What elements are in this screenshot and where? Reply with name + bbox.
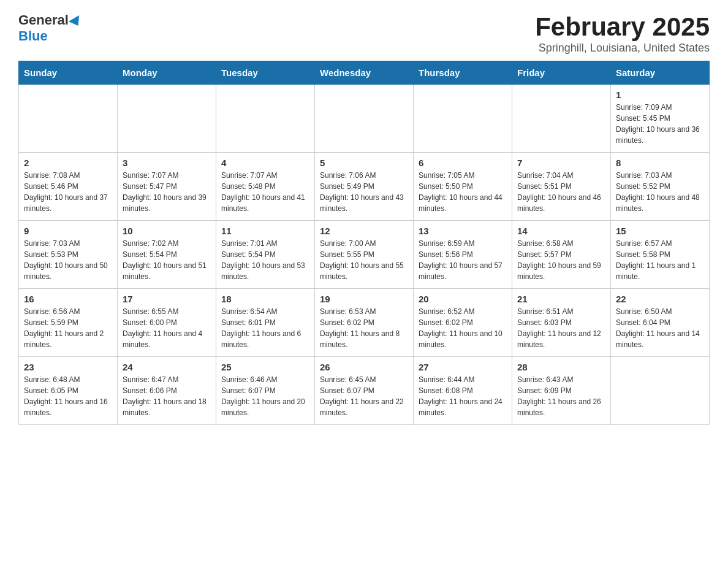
day-number: 1 xyxy=(616,90,704,100)
day-number: 27 xyxy=(419,362,507,372)
day-number: 2 xyxy=(24,158,112,168)
calendar-cell: 1Sunrise: 7:09 AMSunset: 5:45 PMDaylight… xyxy=(611,85,710,153)
calendar-week-4: 16Sunrise: 6:56 AMSunset: 5:59 PMDayligh… xyxy=(19,289,710,357)
day-number: 24 xyxy=(123,362,211,372)
calendar-body: 1Sunrise: 7:09 AMSunset: 5:45 PMDaylight… xyxy=(19,85,710,425)
calendar-cell xyxy=(611,357,710,425)
calendar-week-5: 23Sunrise: 6:48 AMSunset: 6:05 PMDayligh… xyxy=(19,357,710,425)
day-number: 4 xyxy=(221,158,309,168)
day-number: 14 xyxy=(517,226,605,236)
day-number: 11 xyxy=(221,226,309,236)
day-number: 7 xyxy=(517,158,605,168)
calendar-cell: 7Sunrise: 7:04 AMSunset: 5:51 PMDaylight… xyxy=(512,153,611,221)
calendar-cell: 28Sunrise: 6:43 AMSunset: 6:09 PMDayligh… xyxy=(512,357,611,425)
calendar-subtitle: Springhill, Louisiana, United States xyxy=(535,42,710,55)
logo-triangle-icon xyxy=(69,15,83,29)
calendar-cell: 18Sunrise: 6:54 AMSunset: 6:01 PMDayligh… xyxy=(216,289,315,357)
day-info: Sunrise: 6:45 AMSunset: 6:07 PMDaylight:… xyxy=(320,374,408,418)
calendar-cell: 20Sunrise: 6:52 AMSunset: 6:02 PMDayligh… xyxy=(414,289,512,357)
calendar-week-1: 1Sunrise: 7:09 AMSunset: 5:45 PMDaylight… xyxy=(19,85,710,153)
calendar-cell: 12Sunrise: 7:00 AMSunset: 5:55 PMDayligh… xyxy=(315,221,414,289)
calendar-title: February 2025 xyxy=(535,12,710,42)
calendar-cell: 11Sunrise: 7:01 AMSunset: 5:54 PMDayligh… xyxy=(216,221,315,289)
day-number: 16 xyxy=(24,294,112,304)
calendar-cell xyxy=(118,85,216,153)
calendar-cell: 19Sunrise: 6:53 AMSunset: 6:02 PMDayligh… xyxy=(315,289,414,357)
day-number: 8 xyxy=(616,158,704,168)
day-number: 21 xyxy=(517,294,605,304)
calendar-header: Sunday Monday Tuesday Wednesday Thursday… xyxy=(19,61,710,85)
day-number: 13 xyxy=(419,226,507,236)
calendar-cell xyxy=(19,85,118,153)
calendar-cell: 21Sunrise: 6:51 AMSunset: 6:03 PMDayligh… xyxy=(512,289,611,357)
day-info: Sunrise: 6:56 AMSunset: 5:59 PMDaylight:… xyxy=(24,306,112,350)
day-info: Sunrise: 7:07 AMSunset: 5:47 PMDaylight:… xyxy=(123,170,211,214)
calendar-cell: 27Sunrise: 6:44 AMSunset: 6:08 PMDayligh… xyxy=(414,357,512,425)
day-info: Sunrise: 7:03 AMSunset: 5:53 PMDaylight:… xyxy=(24,238,112,282)
day-number: 28 xyxy=(517,362,605,372)
calendar-cell: 25Sunrise: 6:46 AMSunset: 6:07 PMDayligh… xyxy=(216,357,315,425)
day-number: 18 xyxy=(221,294,309,304)
day-info: Sunrise: 7:06 AMSunset: 5:49 PMDaylight:… xyxy=(320,170,408,214)
day-info: Sunrise: 6:58 AMSunset: 5:57 PMDaylight:… xyxy=(517,238,605,282)
day-info: Sunrise: 6:55 AMSunset: 6:00 PMDaylight:… xyxy=(123,306,211,350)
header-tuesday: Tuesday xyxy=(216,61,315,85)
day-info: Sunrise: 7:00 AMSunset: 5:55 PMDaylight:… xyxy=(320,238,408,282)
day-info: Sunrise: 7:03 AMSunset: 5:52 PMDaylight:… xyxy=(616,170,704,214)
day-info: Sunrise: 6:48 AMSunset: 6:05 PMDaylight:… xyxy=(24,374,112,418)
calendar-cell: 5Sunrise: 7:06 AMSunset: 5:49 PMDaylight… xyxy=(315,153,414,221)
weekday-row: Sunday Monday Tuesday Wednesday Thursday… xyxy=(19,61,710,85)
day-number: 15 xyxy=(616,226,704,236)
day-info: Sunrise: 6:46 AMSunset: 6:07 PMDaylight:… xyxy=(221,374,309,418)
calendar-cell: 24Sunrise: 6:47 AMSunset: 6:06 PMDayligh… xyxy=(118,357,216,425)
calendar-cell xyxy=(414,85,512,153)
header-wednesday: Wednesday xyxy=(315,61,414,85)
day-number: 26 xyxy=(320,362,408,372)
day-number: 17 xyxy=(123,294,211,304)
header-monday: Monday xyxy=(118,61,216,85)
day-info: Sunrise: 7:05 AMSunset: 5:50 PMDaylight:… xyxy=(419,170,507,214)
page-header: General Blue February 2025 Springhill, L… xyxy=(18,12,710,55)
day-number: 3 xyxy=(123,158,211,168)
calendar-cell: 15Sunrise: 6:57 AMSunset: 5:58 PMDayligh… xyxy=(611,221,710,289)
day-info: Sunrise: 7:08 AMSunset: 5:46 PMDaylight:… xyxy=(24,170,112,214)
day-info: Sunrise: 7:04 AMSunset: 5:51 PMDaylight:… xyxy=(517,170,605,214)
day-info: Sunrise: 6:54 AMSunset: 6:01 PMDaylight:… xyxy=(221,306,309,350)
calendar-cell: 3Sunrise: 7:07 AMSunset: 5:47 PMDaylight… xyxy=(118,153,216,221)
day-info: Sunrise: 6:50 AMSunset: 6:04 PMDaylight:… xyxy=(616,306,704,350)
day-info: Sunrise: 7:07 AMSunset: 5:48 PMDaylight:… xyxy=(221,170,309,214)
day-info: Sunrise: 7:02 AMSunset: 5:54 PMDaylight:… xyxy=(123,238,211,282)
calendar-week-3: 9Sunrise: 7:03 AMSunset: 5:53 PMDaylight… xyxy=(19,221,710,289)
day-info: Sunrise: 6:51 AMSunset: 6:03 PMDaylight:… xyxy=(517,306,605,350)
calendar-cell xyxy=(512,85,611,153)
header-sunday: Sunday xyxy=(19,61,118,85)
calendar-cell: 23Sunrise: 6:48 AMSunset: 6:05 PMDayligh… xyxy=(19,357,118,425)
day-info: Sunrise: 6:52 AMSunset: 6:02 PMDaylight:… xyxy=(419,306,507,350)
day-info: Sunrise: 6:57 AMSunset: 5:58 PMDaylight:… xyxy=(616,238,704,282)
calendar-cell xyxy=(216,85,315,153)
day-info: Sunrise: 6:53 AMSunset: 6:02 PMDaylight:… xyxy=(320,306,408,350)
calendar-cell xyxy=(315,85,414,153)
logo: General Blue xyxy=(18,12,82,44)
logo-blue-text: Blue xyxy=(18,28,48,44)
logo-top: General xyxy=(18,12,82,28)
day-number: 20 xyxy=(419,294,507,304)
day-number: 6 xyxy=(419,158,507,168)
calendar-cell: 17Sunrise: 6:55 AMSunset: 6:00 PMDayligh… xyxy=(118,289,216,357)
day-number: 25 xyxy=(221,362,309,372)
day-number: 10 xyxy=(123,226,211,236)
calendar-cell: 4Sunrise: 7:07 AMSunset: 5:48 PMDaylight… xyxy=(216,153,315,221)
day-info: Sunrise: 7:09 AMSunset: 5:45 PMDaylight:… xyxy=(616,102,704,146)
day-info: Sunrise: 6:44 AMSunset: 6:08 PMDaylight:… xyxy=(419,374,507,418)
title-block: February 2025 Springhill, Louisiana, Uni… xyxy=(535,12,710,55)
day-number: 5 xyxy=(320,158,408,168)
calendar-cell: 10Sunrise: 7:02 AMSunset: 5:54 PMDayligh… xyxy=(118,221,216,289)
header-thursday: Thursday xyxy=(414,61,512,85)
calendar-cell: 2Sunrise: 7:08 AMSunset: 5:46 PMDaylight… xyxy=(19,153,118,221)
day-info: Sunrise: 6:43 AMSunset: 6:09 PMDaylight:… xyxy=(517,374,605,418)
day-info: Sunrise: 6:47 AMSunset: 6:06 PMDaylight:… xyxy=(123,374,211,418)
calendar-cell: 9Sunrise: 7:03 AMSunset: 5:53 PMDaylight… xyxy=(19,221,118,289)
calendar-week-2: 2Sunrise: 7:08 AMSunset: 5:46 PMDaylight… xyxy=(19,153,710,221)
header-friday: Friday xyxy=(512,61,611,85)
day-number: 19 xyxy=(320,294,408,304)
